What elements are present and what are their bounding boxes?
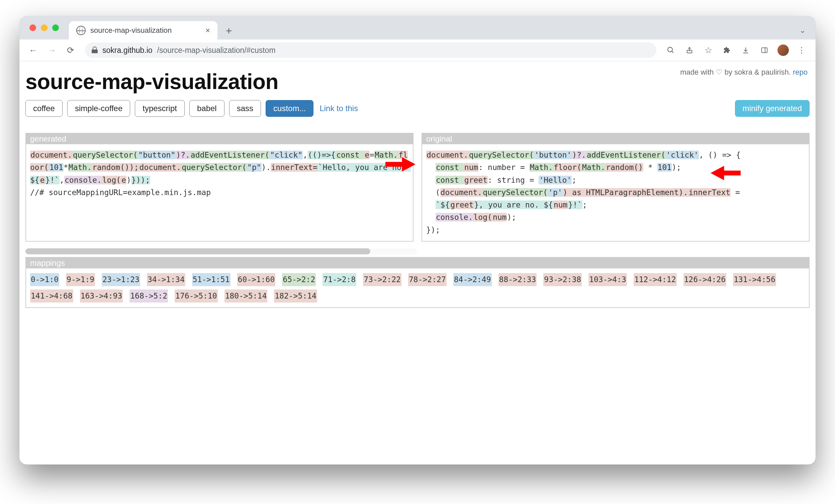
example-typescript-button[interactable]: typescript: [135, 100, 185, 117]
code-segment[interactable]: querySelector(: [483, 188, 548, 197]
mapping-entry[interactable]: 168->5:2: [129, 289, 168, 303]
back-button[interactable]: ←: [25, 42, 41, 58]
code-segment[interactable]: floor(: [553, 163, 582, 172]
code-segment[interactable]: }!`: [568, 200, 583, 209]
tab-close-icon[interactable]: ×: [205, 26, 210, 35]
code-segment[interactable]: addEventListener(: [587, 150, 666, 159]
code-segment[interactable]: console.: [64, 176, 102, 184]
code-segment[interactable]: ,: [303, 150, 307, 159]
code-segment[interactable]: 101: [49, 163, 64, 172]
code-segment[interactable]: }, you are no. ${: [474, 200, 553, 209]
reload-button[interactable]: ⟳: [63, 42, 78, 58]
code-segment[interactable]: ;: [572, 176, 576, 184]
code-segment[interactable]: 'click': [666, 150, 699, 159]
address-bar[interactable]: sokra.github.io/source-map-visualization…: [85, 42, 656, 58]
new-tab-button[interactable]: +: [223, 25, 234, 36]
side-panel-icon[interactable]: [757, 42, 772, 58]
example-babel-button[interactable]: babel: [189, 100, 224, 117]
window-minimize-button[interactable]: [41, 24, 47, 31]
mapping-entry[interactable]: 9->1:9: [66, 273, 95, 286]
mapping-entry[interactable]: 34->1:34: [147, 273, 185, 286]
code-segment[interactable]: document.: [440, 188, 483, 197]
downloads-icon[interactable]: [738, 42, 753, 58]
original-code[interactable]: document.querySelector('button')?.addEve…: [422, 144, 809, 241]
mapping-entry[interactable]: 103->4:3: [588, 273, 627, 286]
code-segment[interactable]: Math.: [582, 163, 606, 172]
code-segment[interactable]: innerText=: [271, 163, 318, 172]
scrollbar-thumb[interactable]: [25, 248, 370, 254]
generated-code[interactable]: document.querySelector("button")?.addEve…: [26, 144, 413, 203]
code-segment[interactable]: }!`: [45, 176, 60, 184]
code-segment[interactable]: log(: [473, 213, 492, 222]
code-segment[interactable]: }));: [131, 176, 150, 184]
code-segment[interactable]: );: [507, 213, 516, 222]
forward-button[interactable]: →: [44, 42, 60, 58]
code-segment[interactable]: document.: [139, 163, 182, 172]
tabs-overflow-icon[interactable]: ⌄: [799, 26, 806, 35]
code-segment[interactable]: log(: [102, 176, 121, 184]
example-custom-button[interactable]: custom...: [266, 100, 313, 117]
chrome-menu-icon[interactable]: ⋮: [794, 42, 810, 58]
code-segment[interactable]: random(): [606, 163, 643, 172]
bookmark-icon[interactable]: ☆: [700, 42, 716, 58]
link-to-this[interactable]: Link to this: [320, 104, 358, 113]
code-segment[interactable]: 101: [657, 163, 672, 172]
code-segment[interactable]: innerText: [688, 188, 731, 197]
mapping-entry[interactable]: 51->1:51: [192, 273, 230, 286]
code-segment[interactable]: Math.: [68, 163, 92, 172]
mapping-entry[interactable]: 73->2:22: [363, 273, 402, 286]
code-segment[interactable]: addEventListener(: [190, 150, 270, 159]
code-segment[interactable]: "button": [138, 150, 176, 159]
mapping-entry[interactable]: 65->2:2: [282, 273, 316, 286]
code-segment[interactable]: ): [126, 176, 131, 184]
browser-tab[interactable]: source-map-visualization ×: [69, 21, 218, 40]
code-segment[interactable]: =: [731, 188, 745, 197]
code-segment[interactable]: : string =: [488, 176, 538, 184]
mapping-entry[interactable]: 131->4:56: [733, 273, 776, 286]
code-segment[interactable]: querySelector(: [181, 163, 247, 172]
window-maximize-button[interactable]: [52, 24, 59, 31]
code-segment[interactable]: random());: [92, 163, 139, 172]
code-segment[interactable]: querySelector(: [469, 150, 534, 159]
code-segment[interactable]: num: [464, 163, 479, 172]
code-segment[interactable]: *: [643, 163, 657, 172]
example-coffee-button[interactable]: coffee: [25, 100, 63, 117]
horizontal-scrollbar[interactable]: [25, 248, 418, 254]
mapping-entry[interactable]: 182->5:14: [274, 289, 317, 303]
mapping-entry[interactable]: 0->1:0: [30, 273, 59, 286]
search-icon[interactable]: [663, 42, 678, 58]
mapping-entry[interactable]: 88->2:33: [498, 273, 537, 286]
example-sass-button[interactable]: sass: [229, 100, 261, 117]
code-segment[interactable]: (()=>{: [307, 150, 336, 159]
code-segment[interactable]: ).: [262, 163, 271, 172]
code-segment[interactable]: const: [435, 176, 464, 184]
code-segment[interactable]: "p": [247, 163, 262, 172]
code-segment[interactable]: e: [364, 150, 370, 159]
code-segment[interactable]: const: [336, 150, 364, 159]
example-simple-coffee-button[interactable]: simple-coffee: [67, 100, 130, 117]
code-segment[interactable]: : number =: [478, 163, 529, 172]
share-icon[interactable]: [682, 42, 697, 58]
mapping-entry[interactable]: 78->2:27: [408, 273, 447, 286]
code-segment[interactable]: document.: [426, 150, 469, 159]
mapping-entry[interactable]: 71->2:8: [323, 273, 356, 286]
extensions-icon[interactable]: [719, 42, 735, 58]
code-segment[interactable]: 'Hello': [538, 176, 572, 184]
code-segment[interactable]: console.: [435, 213, 473, 222]
code-segment[interactable]: num: [492, 213, 507, 222]
code-segment[interactable]: ) as HTMLParagraphElement).: [563, 188, 689, 197]
mapping-entry[interactable]: 180->5:14: [224, 289, 268, 303]
code-segment[interactable]: greet: [464, 176, 488, 184]
window-close-button[interactable]: [29, 24, 36, 31]
mapping-entry[interactable]: 163->4:93: [80, 289, 123, 303]
minify-generated-button[interactable]: minify generated: [735, 100, 810, 117]
code-segment[interactable]: 'p': [548, 188, 563, 197]
profile-avatar[interactable]: [775, 42, 791, 58]
code-segment[interactable]: , () => {: [699, 150, 741, 159]
code-segment[interactable]: querySelector(: [73, 150, 138, 159]
mapping-entry[interactable]: 23->1:23: [102, 273, 140, 286]
mapping-entry[interactable]: 93->2:38: [543, 273, 582, 286]
code-segment[interactable]: e: [121, 176, 126, 184]
mapping-entry[interactable]: 84->2:49: [453, 273, 492, 286]
code-segment[interactable]: Math.: [530, 163, 553, 172]
